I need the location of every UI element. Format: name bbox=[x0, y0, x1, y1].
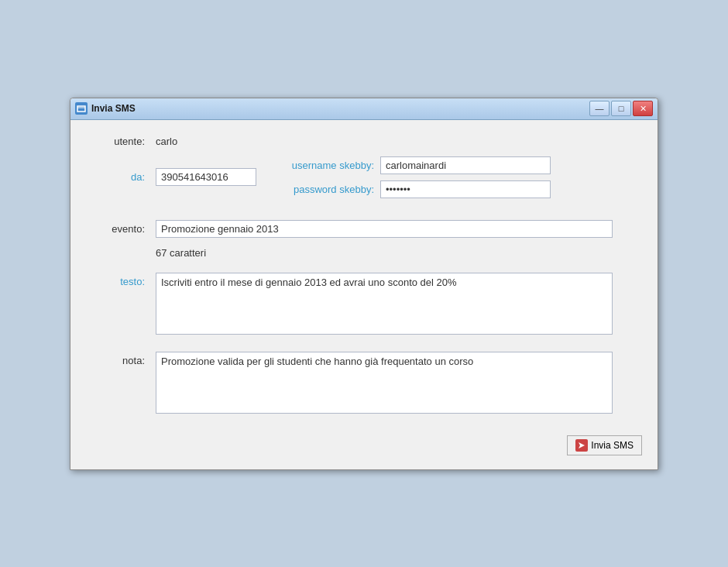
svg-marker-2 bbox=[579, 442, 585, 448]
send-sms-label: Invia SMS bbox=[591, 440, 634, 451]
window-icon bbox=[75, 102, 88, 115]
window-controls: — □ ✕ bbox=[589, 101, 653, 116]
password-skebby-input[interactable] bbox=[380, 180, 551, 198]
testo-label: testo: bbox=[94, 273, 156, 287]
utente-row: utente: carlo bbox=[94, 136, 634, 147]
evento-row: evento: bbox=[94, 220, 634, 238]
char-count: 67 caratteri bbox=[156, 247, 206, 259]
nota-row: nota: Promozione valida per gli studenti… bbox=[94, 352, 634, 414]
char-count-row: 67 caratteri bbox=[94, 247, 634, 263]
da-label: da: bbox=[94, 171, 156, 183]
maximize-button[interactable]: □ bbox=[611, 101, 631, 116]
evento-label: evento: bbox=[94, 223, 156, 235]
minimize-button[interactable]: — bbox=[589, 101, 610, 116]
send-icon bbox=[575, 439, 588, 452]
close-button[interactable]: ✕ bbox=[633, 101, 653, 116]
username-skebby-row: username skebby: bbox=[287, 156, 551, 174]
window-title: Invia SMS bbox=[91, 103, 136, 114]
testo-textarea[interactable]: Iscriviti entro il mese di gennaio 2013 … bbox=[156, 273, 613, 335]
nota-textarea[interactable]: Promozione valida per gli studenti che h… bbox=[156, 352, 613, 414]
main-window: Invia SMS — □ ✕ utente: carlo da: userna… bbox=[70, 98, 658, 470]
title-bar: Invia SMS — □ ✕ bbox=[70, 98, 658, 120]
testo-row: testo: Iscriviti entro il mese di gennai… bbox=[94, 273, 634, 335]
da-row: da: username skebby: password skebby: bbox=[94, 156, 634, 198]
evento-input[interactable] bbox=[156, 220, 613, 238]
title-bar-left: Invia SMS bbox=[75, 102, 136, 115]
utente-label: utente: bbox=[94, 136, 156, 147]
username-skebby-input[interactable] bbox=[380, 156, 551, 174]
password-skebby-row: password skebby: bbox=[287, 180, 551, 198]
svg-rect-0 bbox=[77, 106, 85, 112]
password-skebby-label: password skebby: bbox=[287, 184, 380, 195]
nota-label: nota: bbox=[94, 352, 156, 366]
da-input[interactable] bbox=[156, 168, 256, 186]
send-sms-button[interactable]: Invia SMS bbox=[567, 435, 642, 455]
username-skebby-label: username skebby: bbox=[287, 160, 380, 171]
skebby-section: username skebby: password skebby: bbox=[287, 156, 551, 198]
utente-value: carlo bbox=[156, 136, 177, 147]
window-body: utente: carlo da: username skebby: passw… bbox=[70, 120, 658, 469]
